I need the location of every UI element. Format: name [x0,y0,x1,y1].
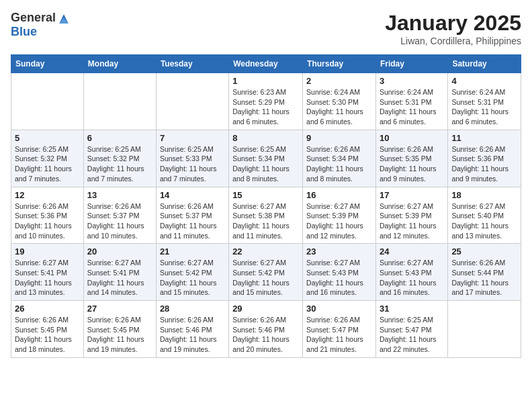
day-number: 15 [232,190,299,200]
logo-blue: Blue [11,26,71,39]
svg-marker-1 [59,17,68,23]
calendar-week-3: 12Sunrise: 6:26 AM Sunset: 5:36 PM Dayli… [11,187,521,244]
day-number: 18 [451,190,517,200]
day-info: Sunrise: 6:25 AM Sunset: 5:32 PM Dayligh… [87,144,152,184]
calendar-cell: 3Sunrise: 6:24 AM Sunset: 5:31 PM Daylig… [375,73,447,130]
calendar-cell: 15Sunrise: 6:27 AM Sunset: 5:38 PM Dayli… [229,187,303,244]
calendar-cell: 27Sunrise: 6:26 AM Sunset: 5:45 PM Dayli… [83,301,156,358]
day-number: 22 [232,246,299,257]
calendar-cell: 22Sunrise: 6:27 AM Sunset: 5:42 PM Dayli… [229,244,303,301]
calendar-cell: 28Sunrise: 6:26 AM Sunset: 5:46 PM Dayli… [156,301,228,358]
logo-text: General Blue [11,11,71,39]
day-info: Sunrise: 6:25 AM Sunset: 5:33 PM Dayligh… [160,144,225,184]
day-info: Sunrise: 6:27 AM Sunset: 5:42 PM Dayligh… [160,258,225,298]
day-info: Sunrise: 6:27 AM Sunset: 5:38 PM Dayligh… [232,201,299,241]
calendar-cell [448,301,521,358]
calendar-cell: 1Sunrise: 6:23 AM Sunset: 5:29 PM Daylig… [229,73,303,130]
day-info: Sunrise: 6:26 AM Sunset: 5:46 PM Dayligh… [232,315,299,355]
day-info: Sunrise: 6:26 AM Sunset: 5:37 PM Dayligh… [160,201,225,241]
calendar-header-friday: Friday [375,55,447,73]
month-title: January 2025 [385,11,521,36]
day-info: Sunrise: 6:27 AM Sunset: 5:43 PM Dayligh… [380,258,444,298]
calendar-header-row: SundayMondayTuesdayWednesdayThursdayFrid… [11,55,521,73]
logo-icon [57,12,71,26]
day-number: 8 [232,133,299,143]
day-info: Sunrise: 6:24 AM Sunset: 5:30 PM Dayligh… [306,87,372,127]
day-info: Sunrise: 6:23 AM Sunset: 5:29 PM Dayligh… [232,87,299,127]
day-number: 11 [451,133,517,143]
calendar-cell: 13Sunrise: 6:26 AM Sunset: 5:37 PM Dayli… [83,187,156,244]
day-info: Sunrise: 6:27 AM Sunset: 5:43 PM Dayligh… [306,258,372,298]
day-info: Sunrise: 6:24 AM Sunset: 5:31 PM Dayligh… [380,87,444,127]
day-info: Sunrise: 6:26 AM Sunset: 5:36 PM Dayligh… [451,144,517,184]
day-info: Sunrise: 6:26 AM Sunset: 5:36 PM Dayligh… [15,201,80,241]
calendar-cell: 26Sunrise: 6:26 AM Sunset: 5:45 PM Dayli… [11,301,84,358]
calendar-cell: 8Sunrise: 6:25 AM Sunset: 5:34 PM Daylig… [229,130,303,187]
day-info: Sunrise: 6:26 AM Sunset: 5:44 PM Dayligh… [451,258,517,298]
calendar-cell: 14Sunrise: 6:26 AM Sunset: 5:37 PM Dayli… [156,187,228,244]
day-info: Sunrise: 6:25 AM Sunset: 5:32 PM Dayligh… [15,144,80,184]
day-info: Sunrise: 6:26 AM Sunset: 5:47 PM Dayligh… [306,315,372,355]
calendar-cell: 12Sunrise: 6:26 AM Sunset: 5:36 PM Dayli… [11,187,84,244]
calendar-cell [83,73,156,130]
day-info: Sunrise: 6:27 AM Sunset: 5:41 PM Dayligh… [15,258,80,298]
calendar-header-sunday: Sunday [11,55,84,73]
calendar-cell [156,73,228,130]
day-number: 20 [87,246,152,257]
day-info: Sunrise: 6:25 AM Sunset: 5:34 PM Dayligh… [232,144,299,184]
day-number: 6 [87,133,152,143]
day-number: 4 [451,76,517,86]
calendar-cell: 25Sunrise: 6:26 AM Sunset: 5:44 PM Dayli… [448,244,521,301]
day-info: Sunrise: 6:26 AM Sunset: 5:45 PM Dayligh… [87,315,152,355]
day-info: Sunrise: 6:26 AM Sunset: 5:34 PM Dayligh… [306,144,372,184]
day-number: 28 [160,304,225,314]
calendar-cell: 19Sunrise: 6:27 AM Sunset: 5:41 PM Dayli… [11,244,84,301]
day-number: 10 [380,133,444,143]
calendar-cell: 24Sunrise: 6:27 AM Sunset: 5:43 PM Dayli… [375,244,447,301]
calendar-week-5: 26Sunrise: 6:26 AM Sunset: 5:45 PM Dayli… [11,301,521,358]
calendar-cell: 18Sunrise: 6:27 AM Sunset: 5:40 PM Dayli… [448,187,521,244]
day-info: Sunrise: 6:27 AM Sunset: 5:40 PM Dayligh… [451,201,517,241]
calendar-week-2: 5Sunrise: 6:25 AM Sunset: 5:32 PM Daylig… [11,130,521,187]
day-number: 3 [380,76,444,86]
logo: General Blue [11,11,71,39]
day-info: Sunrise: 6:25 AM Sunset: 5:47 PM Dayligh… [380,315,444,355]
day-number: 5 [15,133,80,143]
day-number: 24 [380,246,444,257]
calendar-header-monday: Monday [83,55,156,73]
day-number: 30 [306,304,372,314]
calendar-cell: 29Sunrise: 6:26 AM Sunset: 5:46 PM Dayli… [229,301,303,358]
day-info: Sunrise: 6:26 AM Sunset: 5:37 PM Dayligh… [87,201,152,241]
calendar-cell: 23Sunrise: 6:27 AM Sunset: 5:43 PM Dayli… [303,244,376,301]
calendar-cell: 9Sunrise: 6:26 AM Sunset: 5:34 PM Daylig… [303,130,376,187]
day-number: 29 [232,304,299,314]
day-number: 7 [160,133,225,143]
day-number: 25 [451,246,517,257]
calendar-cell: 2Sunrise: 6:24 AM Sunset: 5:30 PM Daylig… [303,73,376,130]
calendar-week-1: 1Sunrise: 6:23 AM Sunset: 5:29 PM Daylig… [11,73,521,130]
day-info: Sunrise: 6:26 AM Sunset: 5:45 PM Dayligh… [15,315,80,355]
calendar-table: SundayMondayTuesdayWednesdayThursdayFrid… [11,54,521,358]
calendar-cell: 16Sunrise: 6:27 AM Sunset: 5:39 PM Dayli… [303,187,376,244]
day-number: 16 [306,190,372,200]
calendar-cell: 5Sunrise: 6:25 AM Sunset: 5:32 PM Daylig… [11,130,84,187]
day-number: 2 [306,76,372,86]
calendar-week-4: 19Sunrise: 6:27 AM Sunset: 5:41 PM Dayli… [11,244,521,301]
calendar-cell: 20Sunrise: 6:27 AM Sunset: 5:41 PM Dayli… [83,244,156,301]
title-block: January 2025 Liwan, Cordillera, Philippi… [385,11,521,46]
day-number: 26 [15,304,80,314]
calendar-cell: 7Sunrise: 6:25 AM Sunset: 5:33 PM Daylig… [156,130,228,187]
day-number: 17 [380,190,444,200]
day-number: 9 [306,133,372,143]
day-info: Sunrise: 6:27 AM Sunset: 5:39 PM Dayligh… [306,201,372,241]
calendar-header-tuesday: Tuesday [156,55,228,73]
calendar-cell: 4Sunrise: 6:24 AM Sunset: 5:31 PM Daylig… [448,73,521,130]
day-number: 31 [380,304,444,314]
day-number: 1 [232,76,299,86]
day-number: 13 [87,190,152,200]
day-number: 14 [160,190,225,200]
calendar-cell [11,73,84,130]
calendar-cell: 10Sunrise: 6:26 AM Sunset: 5:35 PM Dayli… [375,130,447,187]
logo-general: General [11,11,56,25]
day-info: Sunrise: 6:24 AM Sunset: 5:31 PM Dayligh… [451,87,517,127]
